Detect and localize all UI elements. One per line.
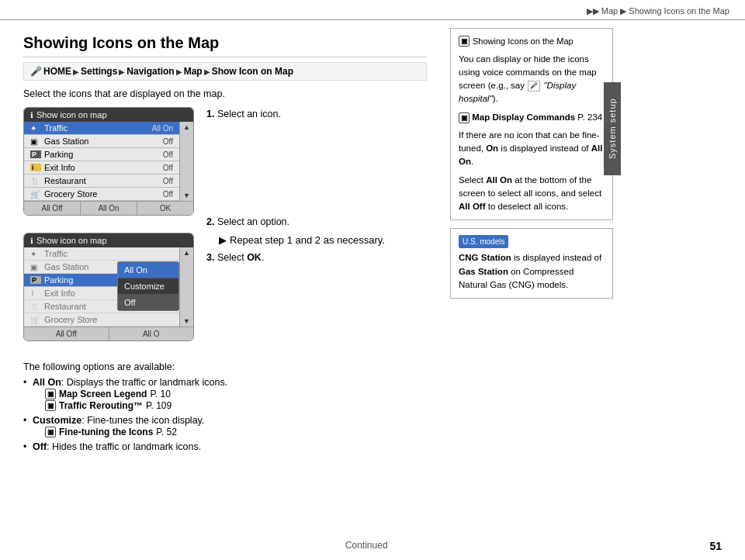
screen1-btn-ok[interactable]: OK [137,202,193,215]
option-off: Off: Hides the traffic or landmark icons… [23,441,427,452]
screen2-header: ℹ Show icon on map [24,233,193,247]
step-1: 1. Select an icon. [206,107,427,122]
screen1-row-1: ▣ Gas Station Off [24,135,179,148]
side-tab-label: System setup [608,99,617,160]
screen1-footer: All Off All On OK [24,201,193,215]
screen-mockup-1: ℹ Show icon on map ✦ Traffic All On ▣ [23,107,194,216]
screen2-row-0: ✦ Traffic [24,247,179,261]
screen1-scrollbar: ▲ ▼ [179,122,193,201]
screen1-icon: ℹ [30,111,33,119]
screen1-btn-alloff[interactable]: All Off [24,202,81,215]
page-title: Showing Icons on the Map [23,34,427,57]
screen1-header: ℹ Show icon on map [24,108,193,122]
header-breadcrumb: ▶▶ Map ▶ Showing Icons on the Map [587,6,729,16]
option-customize-sub1: ▣ Fine-tuning the Icons P. 52 [33,427,427,437]
screens-column: ℹ Show icon on map ✦ Traffic All On ▣ [23,107,194,351]
screen2-scrollbar: ▲ ▼ [179,247,193,327]
screen2-rows: ✦ Traffic ▣ Gas Station P Parking [24,247,179,327]
info-box: ▣ Showing Icons on the Map You can displ… [450,28,613,220]
screen1-row-2: P Parking Off [24,148,179,161]
popup-option-allon[interactable]: All On [118,262,178,278]
right-sidebar: ▣ Showing Icons on the Map You can displ… [442,20,621,557]
us-models-badge: U.S. models [459,235,508,248]
breadcrumb-map: Map [184,66,203,77]
screen1-row-4: 🍴 Restaurant Off [24,175,179,188]
map-display-ref-icon: ▣ [459,112,470,123]
scroll-up-2: ▲ [180,247,193,258]
info-box-para1: You can display or hide the icons using … [459,53,605,106]
voice-icon: 🎤 [528,81,540,92]
step-2: 2. Select an option. [206,215,427,230]
scroll-up: ▲ [180,122,193,133]
info-box-para4: Select All On at the bottom of the scree… [459,174,605,214]
screen2-popup: All On Customize Off [117,261,179,311]
scroll-down: ▼ [180,190,193,201]
side-tab: System setup [604,82,621,175]
screen1-title: Show icon on map [36,110,107,119]
ref-icon-3: ▣ [45,427,56,437]
info-box-title-text: Showing Icons on the Map [473,35,573,48]
intro-text: Select the icons that are displayed on t… [23,88,427,99]
step-3: 3. Select OK. [206,251,427,265]
screen1-content: ✦ Traffic All On ▣ Gas Station Off P [24,122,193,201]
breadcrumb-navigation: Navigation [126,66,174,77]
screen1-btn-allon[interactable]: All On [81,202,137,215]
info-box-para3: If there are no icon that can be fine-tu… [459,129,605,169]
popup-option-off[interactable]: Off [118,295,178,310]
breadcrumb-settings: Settings [81,66,117,77]
ref-icon-2: ▣ [45,400,56,411]
screen2-footer: All Off All O [24,327,193,340]
page-header: ▶▶ Map ▶ Showing Icons on the Map [0,0,745,20]
screen1-row-3: i Exit Info Off [24,161,179,175]
ref-icon-1: ▣ [45,389,56,399]
screen2-icon: ℹ [30,237,33,245]
screen2-row-5: 🛒 Grocery Store [24,313,179,327]
us-models-text: CNG Station is displayed instead of Gas … [459,251,605,292]
step-2-sub: ▶ Repeat step 1 and 2 as necessary. [219,234,427,246]
screen1-row-5: 🛒 Grocery Store Off [24,188,179,201]
options-title: The following options are available: [23,361,427,372]
mic-icon: 🎤 [30,66,42,77]
popup-option-customize[interactable]: Customize [118,278,178,295]
page-number: 51 [709,540,722,552]
screen-mockup-2: ℹ Show icon on map ✦ Traffic ▣ Gas Stati… [23,233,194,341]
breadcrumb: 🎤 HOME ▶ Settings ▶ Navigation ▶ Map ▶ S… [23,62,427,81]
screen2-btn-alloff[interactable]: All Off [24,327,109,340]
option-customize: Customize: Fine-tunes the icon display. … [23,415,427,437]
screen2-title: Show icon on map [36,236,107,245]
breadcrumb-show-icon: Show Icon on Map [212,66,293,77]
option-allon-sub1: ▣ Map Screen Legend P. 10 [33,389,427,399]
breadcrumb-home: HOME [43,66,71,77]
screens-steps-container: ℹ Show icon on map ✦ Traffic All On ▣ [23,107,427,351]
page-footer: Continued 51 [0,540,745,552]
info-box-title: ▣ Showing Icons on the Map [459,35,605,48]
option-allon: All On: Displays the traffic or landmark… [23,377,427,411]
screen1-rows: ✦ Traffic All On ▣ Gas Station Off P [24,122,179,201]
steps-column: 1. Select an icon. 2. Select an option. … [206,107,427,269]
screen1-row-0: ✦ Traffic All On [24,122,179,135]
screen2-btn-allon[interactable]: All O [109,327,194,340]
scroll-down-2: ▼ [180,316,193,327]
info-box-para2: ▣ Map Display Commands P. 234 [459,111,605,124]
screen2-content: ✦ Traffic ▣ Gas Station P Parking [24,247,193,327]
us-models-box: U.S. models CNG Station is displayed ins… [450,228,613,299]
options-section: The following options are available: All… [23,361,427,452]
left-content-area: Showing Icons on the Map 🎤 HOME ▶ Settin… [0,20,442,557]
info-ref-icon: ▣ [459,36,470,47]
option-allon-sub2: ▣ Traffic Rerouting™ P. 109 [33,400,427,411]
continued-text: Continued [345,540,388,552]
